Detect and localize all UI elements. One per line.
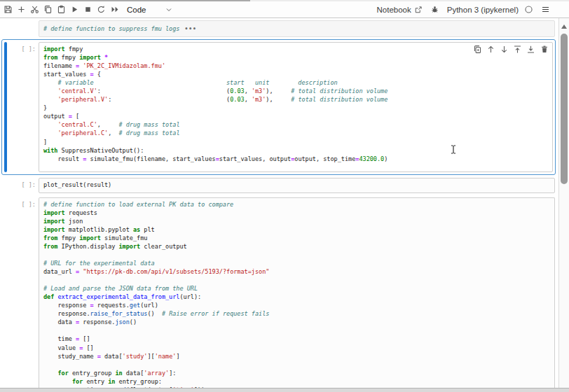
- cell-type-dropdown[interactable]: Code: [127, 6, 173, 14]
- paste-cells-button[interactable]: [55, 2, 68, 18]
- code-line: for entry in entry_group:: [43, 377, 554, 386]
- code-line: filename = 'PK_2C_IVMidazolam.fmu': [43, 62, 552, 70]
- bug-icon: [430, 5, 439, 14]
- run-cell-button[interactable]: [68, 2, 81, 18]
- copy-cells-button[interactable]: [41, 2, 55, 18]
- code-line: from IPython.display import clear_output: [43, 242, 554, 251]
- cut-cells-icon: [30, 5, 39, 14]
- save-icon: [4, 5, 13, 14]
- code-line: time = []: [43, 335, 554, 343]
- code-line: start_values = {: [43, 70, 552, 78]
- code-line: # define function to load external PK da…: [43, 200, 554, 209]
- insert-cell-below-button[interactable]: [526, 44, 535, 55]
- scroll-up-arrow-icon[interactable]: [561, 24, 567, 29]
- code-line: # variable start unit description: [43, 78, 552, 87]
- save-button[interactable]: [1, 2, 15, 18]
- code-line: for entry_group in data['array']:: [43, 369, 554, 377]
- run-all-cells-button[interactable]: [108, 2, 121, 18]
- code-line: value = []: [43, 344, 554, 352]
- code-line: from fmpy import simulate_fmu: [43, 234, 554, 242]
- add-cell-icon: [17, 5, 26, 14]
- code-line: # URL for the experimental data: [43, 259, 554, 267]
- input-prompt: [ ]:: [22, 201, 36, 208]
- input-prompt: [ ]:: [22, 46, 36, 52]
- code-line: study_name = data['study']['name']: [43, 352, 554, 360]
- notebook-cells: # define function to suppress fmu logs••…: [0, 18, 558, 388]
- duplicate-cell-icon: [473, 45, 482, 54]
- delete-cell-button[interactable]: [540, 44, 549, 55]
- code-line: [43, 326, 554, 335]
- code-line: response.raise_for_status() # Raise erro…: [43, 309, 554, 318]
- kernel-name[interactable]: Python 3 (ipykernel): [447, 6, 519, 14]
- copy-cells-icon: [43, 5, 53, 14]
- code-line: data_url = "https://pk-db.com/api/v1/sub…: [43, 267, 554, 276]
- code-editor-content: import fmpyfrom fmpy import *filename = …: [39, 43, 552, 172]
- code-line: # Load and parse the JSON data from the …: [43, 284, 554, 293]
- toolbar-left-buttons: [1, 2, 121, 18]
- code-line: with SuppressNativeOutput():: [43, 146, 552, 155]
- kernel-idle-circle-icon[interactable]: [524, 5, 533, 14]
- restart-kernel-icon: [97, 5, 106, 14]
- code-line: 'peripheral.C', # drug mass total: [43, 129, 552, 137]
- restart-kernel-button[interactable]: [95, 2, 108, 18]
- run-all-cells-icon: [110, 5, 120, 14]
- code-line: import requests: [43, 209, 554, 217]
- external-link-icon: [414, 6, 423, 14]
- hamburger-menu-icon: [541, 5, 550, 14]
- toolbar-menu-button[interactable]: [539, 2, 552, 18]
- chevron-down-icon: [165, 6, 173, 14]
- notebook-link[interactable]: Notebook: [376, 6, 422, 14]
- cell-type-label: Code: [127, 6, 146, 14]
- cut-cells-button[interactable]: [28, 2, 41, 18]
- code-line: import json: [43, 217, 554, 225]
- cell-input-editor[interactable]: plot_result(result): [39, 178, 555, 193]
- stop-kernel-icon: [83, 5, 92, 14]
- code-line: 'central.V': (0.03, 'm3'), # total distr…: [43, 87, 552, 95]
- cell-collapsed: # define function to suppress fmu logs••…: [0, 20, 555, 37]
- code-line: plot_result(result): [43, 181, 554, 189]
- vertical-scrollbar[interactable]: [558, 18, 569, 388]
- cell-active: [ ]:import fmpyfrom fmpy import *filenam…: [1, 39, 556, 175]
- cell: [ ]:plot_result(result): [0, 178, 555, 193]
- code-line: response = requests.get(url): [43, 301, 554, 309]
- code-line: [43, 276, 554, 284]
- delete-cell-icon: [540, 45, 549, 54]
- cell-toolbar: [473, 44, 549, 55]
- scrollbar-thumb[interactable]: [561, 34, 568, 184]
- debugger-button[interactable]: [428, 2, 441, 18]
- cell-input-editor[interactable]: import fmpyfrom fmpy import *filename = …: [39, 42, 553, 172]
- move-cell-up-button[interactable]: [486, 44, 495, 55]
- collapsed-cell-input[interactable]: # define function to suppress fmu logs••…: [39, 20, 555, 37]
- insert-cell-above-icon: [513, 45, 522, 54]
- paste-cells-icon: [57, 5, 66, 14]
- code-editor-content: plot_result(result): [39, 178, 554, 192]
- cell-prompt-area: [ ]:: [0, 178, 39, 193]
- insert-cell-above-button[interactable]: [513, 44, 522, 55]
- code-line: 'central.C', # drug mass total: [43, 120, 552, 129]
- stop-kernel-button[interactable]: [81, 2, 95, 18]
- move-cell-down-button[interactable]: [500, 44, 509, 55]
- cell-prompt-area: [0, 20, 39, 37]
- code-line: [43, 360, 554, 369]
- code-line: 'peripheral.V': (0.03, 'm3'), # total di…: [43, 95, 552, 104]
- code-line: import matplotlib.pyplot as plt: [43, 225, 554, 234]
- code-editor-content: # define function to load external PK da…: [39, 198, 554, 388]
- code-line: ]: [43, 138, 552, 146]
- run-cell-icon: [70, 5, 79, 14]
- duplicate-cell-button[interactable]: [473, 44, 482, 55]
- add-cell-button[interactable]: [15, 2, 28, 18]
- cell-prompt-area: [ ]:: [0, 197, 39, 388]
- notebook-label: Notebook: [376, 6, 411, 14]
- code-line: data = response.json(): [43, 318, 554, 326]
- toolbar-right: Notebook Python 3 (ipykernel): [376, 2, 552, 18]
- cell-input-editor[interactable]: # define function to load external PK da…: [39, 197, 555, 388]
- notebook-toolbar: Code Notebook Python 3 (ipykernel): [0, 1, 569, 18]
- code-line: def extract_experimental_data_from_url(u…: [43, 293, 554, 301]
- cell: [ ]:# define function to load external P…: [0, 197, 555, 388]
- horizontal-scrollbar[interactable]: [0, 388, 569, 392]
- code-line: [43, 251, 554, 259]
- collapsed-cell-summary: # define function to suppress fmu logs: [43, 25, 179, 32]
- collapsed-ellipsis-icon: •••: [184, 26, 196, 32]
- cell-prompt-area: [ ]:: [7, 42, 39, 172]
- jupyterlab-notebook-window: Code Notebook Python 3 (ipykernel) # def…: [0, 0, 569, 392]
